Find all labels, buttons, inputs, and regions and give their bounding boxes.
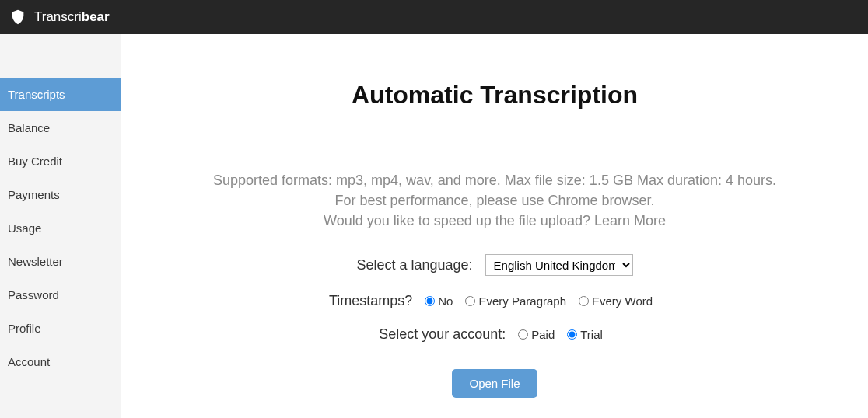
language-select[interactable]: English United Kingdom [485, 254, 633, 276]
timestamp-option-word[interactable]: Every Word [579, 294, 653, 308]
account-radio-trial[interactable] [567, 329, 577, 340]
open-file-button[interactable]: Open File [452, 369, 537, 398]
timestamp-option-no[interactable]: No [425, 294, 453, 308]
timestamp-option-label: Every Word [592, 294, 653, 308]
timestamp-option-para[interactable]: Every Paragraph [465, 294, 566, 308]
sidebar-item-profile[interactable]: Profile [0, 312, 121, 345]
app-header: Transcribear [0, 0, 868, 34]
account-option-paid[interactable]: Paid [518, 328, 555, 341]
sidebar-item-buy-credit[interactable]: Buy Credit [0, 145, 121, 178]
timestamp-radio-para[interactable] [465, 296, 475, 306]
timestamps-row: Timestamps? NoEvery ParagraphEvery Word [152, 293, 837, 309]
brand-prefix: Transcri [34, 9, 82, 24]
timestamp-radio-word[interactable] [579, 296, 589, 306]
account-option-label: Paid [531, 328, 555, 341]
desc-line-1: Supported formats: mp3, mp4, wav, and mo… [152, 170, 837, 190]
brand-bold: bear [82, 9, 110, 24]
account-options: PaidTrial [518, 328, 611, 341]
sidebar-item-account[interactable]: Account [0, 345, 121, 378]
sidebar-item-password[interactable]: Password [0, 278, 121, 312]
timestamps-options: NoEvery ParagraphEvery Word [425, 294, 660, 308]
language-row: Select a language: English United Kingdo… [152, 254, 837, 276]
account-row: Select your account: PaidTrial [152, 326, 837, 343]
desc-line-2: For best performance, please use Chrome … [152, 190, 837, 211]
sidebar-item-usage[interactable]: Usage [0, 211, 121, 245]
sidebar-item-newsletter[interactable]: Newsletter [0, 245, 121, 278]
desc-line-3: Would you like to speed up the file uplo… [152, 211, 837, 231]
account-radio-paid[interactable] [518, 329, 528, 340]
account-option-trial[interactable]: Trial [567, 328, 603, 341]
timestamp-option-label: Every Paragraph [478, 294, 566, 308]
main-content: Automatic Transcription Supported format… [121, 34, 868, 418]
shield-icon [9, 9, 26, 26]
description: Supported formats: mp3, mp4, wav, and mo… [152, 170, 837, 231]
timestamps-label: Timestamps? [329, 293, 412, 309]
timestamp-option-label: No [438, 294, 453, 308]
account-label: Select your account: [379, 326, 506, 343]
app-brand: Transcribear [34, 9, 110, 25]
page-title: Automatic Transcription [152, 81, 837, 110]
account-option-label: Trial [580, 328, 603, 341]
sidebar-item-balance[interactable]: Balance [0, 111, 121, 145]
sidebar: TranscriptsBalanceBuy CreditPaymentsUsag… [0, 34, 121, 418]
sidebar-item-payments[interactable]: Payments [0, 178, 121, 211]
sidebar-item-transcripts[interactable]: Transcripts [0, 78, 121, 111]
timestamp-radio-no[interactable] [425, 296, 435, 306]
language-label: Select a language: [356, 257, 472, 273]
